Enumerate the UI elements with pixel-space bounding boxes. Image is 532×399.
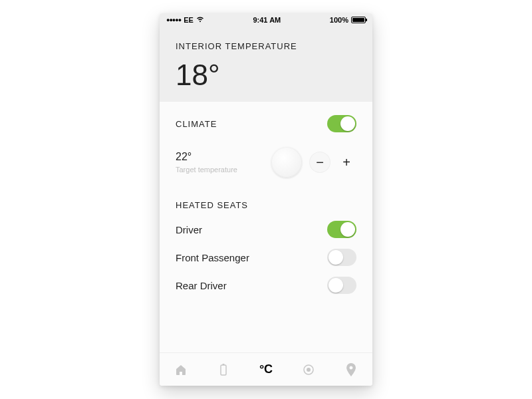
signal-dots-icon: ●●●●● [166,17,181,23]
status-time: 9:41 AM [253,16,281,24]
status-right: 100% [330,16,366,24]
tab-status[interactable] [295,356,322,383]
target-temp-block: 22° Target temperature − + [176,147,356,178]
tab-battery[interactable] [210,356,237,383]
content-area: CLIMATE 22° Target temperature − + HEATE… [160,102,372,352]
temperature-dial[interactable] [271,147,302,178]
target-icon [303,364,315,376]
tab-location[interactable] [338,356,364,383]
tab-climate[interactable]: °C [253,356,279,383]
climate-title: CLIMATE [176,119,217,129]
heated-seats-title: HEATED SEATS [176,200,356,210]
seat-toggle-rear-driver[interactable] [327,277,356,294]
seat-label: Driver [176,224,202,235]
tab-bar: °C [160,352,372,386]
battery-tab-icon [219,363,227,376]
interior-temp-value: 18° [176,61,356,90]
seat-toggle-driver[interactable] [327,221,356,238]
battery-icon [351,17,366,23]
climate-row: CLIMATE [176,115,356,132]
seat-label: Front Passenger [176,252,249,263]
target-temp-caption: Target temperature [176,166,271,174]
svg-point-3 [307,368,311,372]
seat-row-driver: Driver [176,221,356,238]
battery-percent: 100% [330,16,348,24]
status-left: ●●●●● EE [166,16,204,24]
status-bar: ●●●●● EE 9:41 AM 100% [160,13,372,27]
climate-tab-label: °C [259,362,273,376]
svg-rect-0 [221,365,226,375]
target-temp-value: 22° [176,151,271,163]
seat-row-front-passenger: Front Passenger [176,249,356,266]
temperature-header: INTERIOR TEMPERATURE 18° [160,27,372,102]
seat-row-rear-driver: Rear Driver [176,277,356,294]
phone-frame: ●●●●● EE 9:41 AM 100% INTERIOR TEMPERATU… [160,13,372,386]
temp-minus-button[interactable]: − [310,152,330,172]
climate-toggle[interactable] [327,115,356,132]
temp-plus-button[interactable]: + [336,152,356,172]
temperature-stepper: − + [310,152,356,172]
svg-rect-1 [223,364,225,365]
seat-toggle-front-passenger[interactable] [327,249,356,266]
seat-label: Rear Driver [176,280,227,291]
carrier-label: EE [184,16,194,24]
home-icon [174,363,188,376]
interior-temp-label: INTERIOR TEMPERATURE [176,41,356,51]
wifi-icon [196,16,204,24]
pin-icon [346,363,356,376]
tab-home[interactable] [168,356,194,383]
